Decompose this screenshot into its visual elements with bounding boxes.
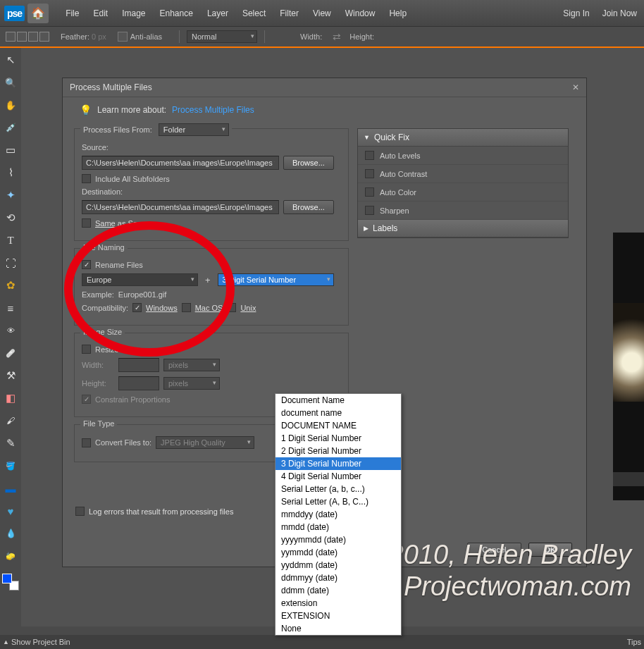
dialog-title: Process Multiple Files: [70, 82, 152, 92]
smart-brush-tool[interactable]: [2, 435, 19, 451]
dd-option-selected[interactable]: 3 Digit Serial Number: [275, 457, 401, 470]
auto-contrast-item[interactable]: Auto Contrast: [358, 165, 568, 183]
basename-dropdown[interactable]: Europe: [82, 273, 198, 286]
dd-option[interactable]: mmddyy (date): [275, 508, 401, 521]
menu-filter[interactable]: Filter: [273, 8, 306, 18]
shape-tool[interactable]: [2, 503, 19, 519]
compat-windows-checkbox[interactable]: [132, 303, 142, 312]
show-project-bin[interactable]: Show Project Bin: [11, 638, 70, 646]
blur-tool[interactable]: [2, 526, 19, 541]
compat-mac-checkbox[interactable]: [182, 303, 191, 312]
join-now-link[interactable]: Join Now: [602, 8, 637, 18]
paint-bucket-tool[interactable]: [2, 458, 19, 474]
dd-option[interactable]: Document Name: [275, 394, 401, 407]
auto-color-item[interactable]: Auto Color: [358, 183, 568, 202]
menu-view[interactable]: View: [306, 8, 338, 18]
convert-format-dropdown[interactable]: JPEG High Quality: [156, 436, 254, 449]
menu-file[interactable]: File: [58, 8, 86, 18]
convert-files-checkbox[interactable]: [82, 438, 91, 447]
compat-unix-checkbox[interactable]: [227, 303, 236, 312]
marquee-tool[interactable]: [2, 142, 19, 158]
resize-height-unit: pixels: [163, 377, 220, 390]
quick-fix-header[interactable]: ▼Quick Fix: [358, 129, 568, 147]
zoom-tool[interactable]: [2, 75, 19, 90]
sponge-tool[interactable]: [2, 548, 19, 564]
browse-destination-button[interactable]: Browse...: [283, 200, 334, 214]
cancel-button[interactable]: Cancel: [467, 543, 521, 557]
clone-stamp-tool[interactable]: [2, 368, 19, 383]
menu-help[interactable]: Help: [382, 8, 414, 18]
process-from-label: Process Files From:: [83, 125, 152, 134]
dd-option[interactable]: 2 Digit Serial Number: [275, 445, 401, 457]
move-tool[interactable]: [2, 52, 19, 68]
blend-mode-dropdown[interactable]: Normal: [187, 30, 257, 43]
log-errors-checkbox[interactable]: [75, 507, 85, 516]
dd-option[interactable]: EXTENSION: [275, 610, 401, 622]
auto-levels-item[interactable]: Auto Levels: [358, 147, 568, 165]
dd-option[interactable]: DOCUMENT NAME: [275, 419, 401, 432]
dd-option[interactable]: yyyymmdd (date): [275, 533, 401, 546]
menu-select[interactable]: Select: [235, 8, 273, 18]
dd-option[interactable]: ddmm (date): [275, 584, 401, 597]
menu-layer[interactable]: Layer: [200, 8, 235, 18]
swap-icon[interactable]: ⇄: [333, 31, 341, 42]
sharpen-item[interactable]: Sharpen: [358, 202, 568, 220]
dd-option[interactable]: mmdd (date): [275, 521, 401, 533]
learn-more-link[interactable]: Process Multiple Files: [172, 105, 254, 115]
resize-images-checkbox[interactable]: [82, 345, 91, 354]
home-icon[interactable]: 🏠: [27, 4, 49, 23]
quick-selection-tool[interactable]: [2, 210, 19, 225]
tips-label[interactable]: Tips: [627, 638, 641, 646]
menu-edit[interactable]: Edit: [86, 8, 115, 18]
include-subfolders-checkbox[interactable]: [82, 174, 91, 183]
process-from-dropdown[interactable]: Folder: [159, 123, 229, 136]
gradient-tool[interactable]: [2, 481, 19, 496]
menu-window[interactable]: Window: [338, 8, 383, 18]
magic-wand-tool[interactable]: [2, 187, 19, 203]
dd-option[interactable]: 4 Digit Serial Number: [275, 470, 401, 483]
color-swatches[interactable]: [2, 574, 19, 591]
ok-button[interactable]: OK: [528, 543, 573, 557]
selection-mode-swatches[interactable]: [6, 32, 49, 42]
type-tool[interactable]: [2, 233, 19, 248]
dd-option[interactable]: extension: [275, 597, 401, 610]
compat-windows-label: Windows: [146, 304, 178, 312]
suffix-dropdown[interactable]: 3 Digit Serial Number: [218, 273, 334, 286]
dd-option[interactable]: yyddmm (date): [275, 559, 401, 571]
dd-option[interactable]: ddmmyy (date): [275, 571, 401, 584]
dd-option[interactable]: 1 Digit Serial Number: [275, 432, 401, 445]
red-eye-tool[interactable]: [2, 323, 19, 338]
hand-tool[interactable]: [2, 97, 19, 113]
dd-option[interactable]: Serial Letter (A, B, C...): [275, 495, 401, 508]
rename-files-checkbox[interactable]: [82, 260, 91, 269]
same-as-source-checkbox[interactable]: [82, 218, 91, 228]
menu-image[interactable]: Image: [115, 8, 152, 18]
dd-option[interactable]: document name: [275, 407, 401, 419]
lasso-tool[interactable]: [2, 165, 19, 180]
brush-tool[interactable]: [2, 413, 19, 428]
file-naming-legend: File Naming: [80, 243, 128, 252]
sign-in-link[interactable]: Sign In: [563, 8, 589, 18]
bin-toggle-icon[interactable]: ▲: [3, 638, 9, 645]
dd-option[interactable]: None: [275, 622, 401, 635]
feather-label: Feather:: [61, 32, 89, 41]
browse-source-button[interactable]: Browse...: [283, 156, 334, 170]
antialias-checkbox[interactable]: [118, 32, 128, 42]
healing-brush-tool[interactable]: [2, 345, 19, 361]
image-size-legend: Image Size: [80, 328, 125, 336]
crop-tool[interactable]: [2, 255, 19, 271]
cookie-cutter-tool[interactable]: [2, 278, 19, 293]
menu-enhance[interactable]: Enhance: [153, 8, 200, 18]
source-path-input[interactable]: [82, 156, 279, 170]
constrain-proportions-checkbox[interactable]: [82, 395, 91, 404]
eraser-tool[interactable]: [2, 390, 19, 406]
labels-header[interactable]: ▶Labels: [358, 220, 568, 237]
destination-path-input[interactable]: [82, 200, 279, 214]
close-icon[interactable]: ✕: [572, 82, 579, 92]
compat-mac-label: Mac OS: [195, 304, 223, 312]
dd-option[interactable]: yymmdd (date): [275, 546, 401, 559]
straighten-tool[interactable]: [2, 300, 19, 316]
dd-option[interactable]: Serial Letter (a, b, c...): [275, 483, 401, 495]
eyedropper-tool[interactable]: [2, 120, 19, 135]
resize-images-label: Resize Images: [95, 345, 147, 354]
